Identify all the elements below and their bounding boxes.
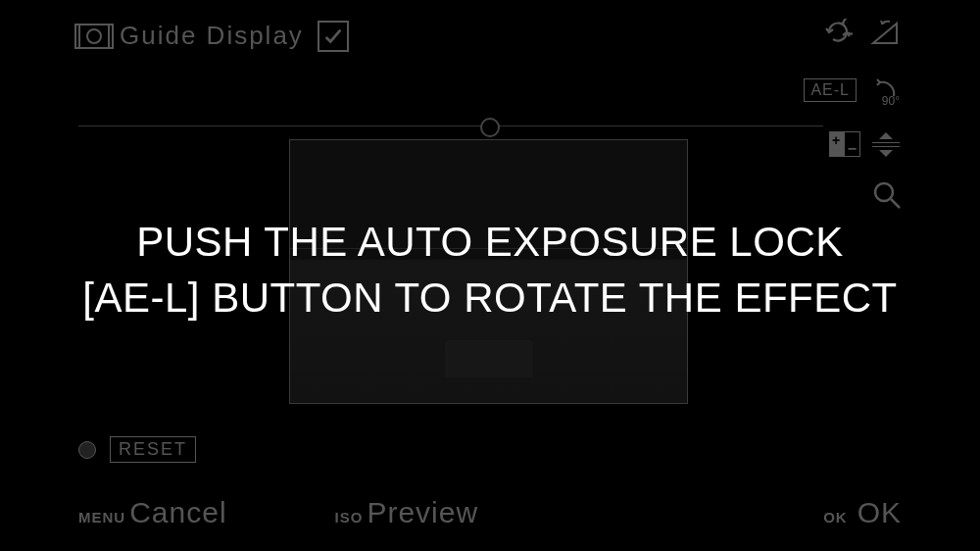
instruction-overlay: PUSH THE AUTO EXPOSURE LOCK [AE-L] BUTTO… [0,0,980,551]
instruction-line-2: [AE-L] BUTTON TO ROTATE THE EFFECT [82,271,897,326]
instruction-line-1: PUSH THE AUTO EXPOSURE LOCK [136,215,843,271]
